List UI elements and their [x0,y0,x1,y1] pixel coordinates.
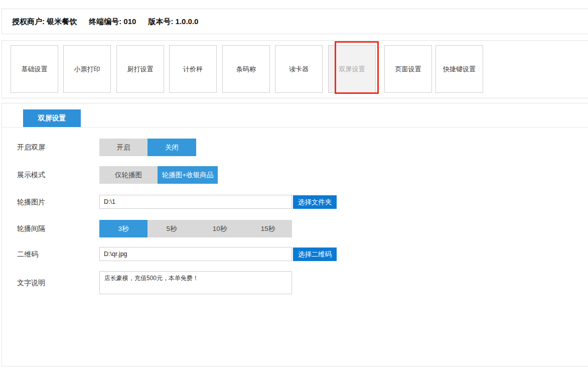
version-number-label: 版本号: 1.0.0.0 [148,17,198,26]
qr-code-label: 二维码 [17,247,38,261]
tab-pricing-scale[interactable]: 计价秤 [169,45,217,93]
carousel-only-option[interactable]: 仅轮播图 [99,166,158,184]
merchant-header-text: 授权商户: 银米餐饮终端编号: 010版本号: 1.0.0.0 [12,9,210,34]
tab-basic-settings[interactable]: 基础设置 [11,45,58,93]
tab-receipt-print[interactable]: 小票打印 [63,45,111,93]
qr-code-path-input[interactable] [99,247,292,261]
tab-card-reader[interactable]: 读卡器 [275,45,323,93]
text-note-textarea[interactable]: 店长豪横，充值500元，本单免费！ [99,271,292,294]
tab-barcode-scale[interactable]: 条码称 [222,45,270,93]
settings-tab-strip: 基础设置 小票打印 厨打设置 计价秤 条码称 读卡器 双屏设置 页面设置 快捷键… [2,40,588,98]
dual-screen-toggle: 开启 关闭 [99,139,196,156]
carousel-interval-label: 轮播间隔 [17,220,45,237]
interval-5s-option[interactable]: 5秒 [148,220,196,237]
text-note-label: 文字说明 [17,271,45,294]
merchant-header-panel: 授权商户: 银米餐饮终端编号: 010版本号: 1.0.0.0 [2,9,588,34]
dual-screen-off-option[interactable]: 关闭 [148,139,196,156]
section-tab-dual-screen[interactable]: 双屏设置 [23,109,81,127]
tab-shortcut-settings[interactable]: 快捷键设置 [435,45,483,93]
carousel-plus-products-option[interactable]: 轮播图+收银商品 [158,166,218,184]
interval-10s-option[interactable]: 10秒 [196,220,244,237]
section-divider [2,127,588,128]
carousel-interval-toggle: 3秒 5秒 10秒 15秒 [99,220,292,237]
interval-15s-option[interactable]: 15秒 [244,220,292,237]
settings-window: 授权商户: 银米餐饮终端编号: 010版本号: 1.0.0.0 基础设置 小票打… [0,0,588,369]
interval-3s-option[interactable]: 3秒 [99,220,148,237]
dual-screen-settings-panel: 双屏设置 开启双屏 开启 关闭 展示模式 仅轮播图 轮播图+收银商品 轮播图片 … [2,103,588,366]
dual-screen-on-option[interactable]: 开启 [99,139,148,156]
tab-page-settings[interactable]: 页面设置 [384,45,432,93]
tab-dual-screen-settings[interactable]: 双屏设置 [328,45,376,93]
carousel-images-label: 轮播图片 [17,195,45,209]
choose-qr-button[interactable]: 选择二维码 [293,248,337,261]
choose-folder-button[interactable]: 选择文件夹 [293,195,337,209]
dual-screen-label: 开启双屏 [17,139,45,156]
display-mode-label: 展示模式 [17,166,45,184]
authorized-merchant-label: 授权商户: 银米餐饮 [12,17,77,26]
terminal-number-label: 终端编号: 010 [89,17,136,26]
carousel-images-path-input[interactable] [99,195,292,209]
display-mode-toggle: 仅轮播图 轮播图+收银商品 [99,166,218,184]
tab-kitchen-print[interactable]: 厨打设置 [116,45,164,93]
